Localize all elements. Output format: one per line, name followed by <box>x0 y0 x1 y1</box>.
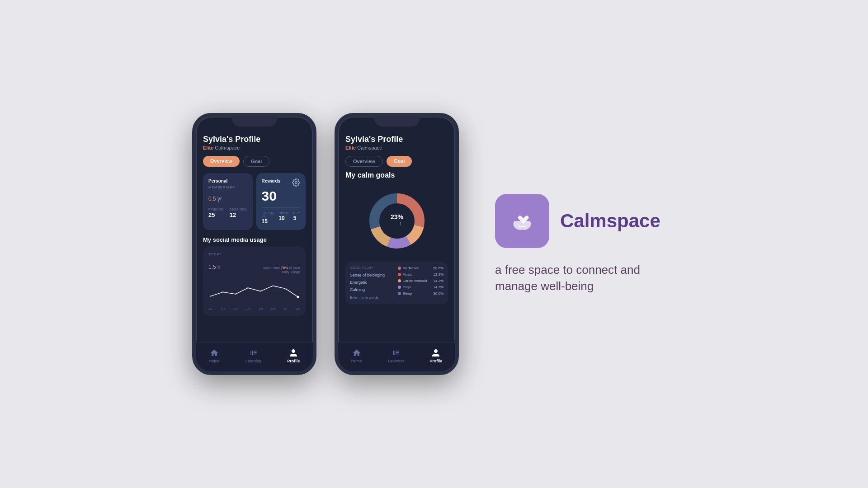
phone1-sessions-stat: SESSIONS 12 <box>230 208 247 218</box>
phone1-chart-labels: 2/1 2/2 2/3 2/4 2/5 2/6 2/7 2/8 <box>208 307 300 310</box>
phone2-nav-home[interactable]: Home <box>351 348 362 363</box>
brand-icon-wrapper: Calmspace <box>495 194 660 248</box>
phone-1-screen: Sylvia's Profile Elite Calmspace Overvie… <box>196 117 313 371</box>
phone1-membership-label: Membership <box>208 185 247 189</box>
phone2-mood-word-2: Energetic <box>350 280 388 285</box>
phone1-membership-value: 0.5 yr <box>208 190 247 203</box>
phone2-nav-profile[interactable]: Profile <box>429 348 442 363</box>
phone2-profile-subtitle: Elite Calmspace <box>345 145 448 150</box>
phone2-mood-right: Meditation 28.6% Music 12.9% Cardio work… <box>398 266 443 300</box>
svg-point-4 <box>210 296 212 297</box>
phone2-mood-left: MOOD TODAY Sense of belonging Energetic … <box>350 266 388 300</box>
svg-point-0 <box>295 182 297 184</box>
phone2-nav-learning[interactable]: Learning <box>388 348 404 363</box>
svg-point-9 <box>272 285 274 287</box>
phone1-friends-stat: FRIENDS 25 <box>208 208 223 218</box>
phone1-usage-note: lower than 75% of your daily usage <box>255 266 300 274</box>
yoga-dot <box>398 286 401 289</box>
phone-1-content: Sylvia's Profile Elite Calmspace Overvie… <box>196 117 313 342</box>
calmspace-hand-icon <box>506 205 538 237</box>
phone1-invite: INVITE 10 <box>278 211 289 225</box>
phone2-activity-music: Music 12.9% <box>398 272 443 277</box>
profile-icon <box>289 348 298 357</box>
phone-1: Sylvia's Profile Elite Calmspace Overvie… <box>192 113 316 375</box>
svg-point-10 <box>285 288 287 290</box>
phone2-tab-goal[interactable]: Goal <box>387 156 412 167</box>
phone1-nav-home[interactable]: Home <box>209 348 220 363</box>
phone1-rewards-sub: CHECK-IN 15 INVITE 10 BUY 5 <box>262 211 301 225</box>
brand-icon-box <box>495 194 549 248</box>
phone2-activity-sleep: Sleep 30.0% <box>398 291 443 296</box>
phone2-mood-card: MOOD TODAY Sense of belonging Energetic … <box>345 262 448 304</box>
phone1-profile-subtitle: Elite Calmspace <box>203 145 306 150</box>
phone2-activity-cardio: Cardio workout 14.2% <box>398 279 443 283</box>
phone2-profile-name: Sylvia's Profile <box>345 135 448 144</box>
home-icon-2 <box>352 348 361 357</box>
phone1-nav-learning[interactable]: Learning <box>245 348 261 363</box>
brand-tagline: a free space to connect and manage well-… <box>495 262 676 295</box>
svg-point-11 <box>297 296 300 299</box>
phone-2: Sylvia's Profile Elite Calmspace Overvie… <box>335 113 459 375</box>
phone1-rewards-title: Rewards <box>262 178 281 183</box>
phone1-tab-goal[interactable]: Goal <box>243 156 269 167</box>
svg-text:↑: ↑ <box>399 221 402 227</box>
svg-text:23%: 23% <box>390 213 403 221</box>
phone1-bottom-nav: Home Learning Profile <box>196 342 313 371</box>
phone2-tabs: Overview Goal <box>345 156 448 167</box>
phone1-stats: FRIENDS 25 SESSIONS 12 <box>208 208 247 218</box>
phone2-enter-more[interactable]: Enter more words <box>350 296 388 300</box>
learning-icon-2 <box>392 348 401 357</box>
phone1-usage-hours: 1.5 h <box>208 258 221 272</box>
phone1-social-title: My social media usage <box>203 236 306 243</box>
phone2-tab-overview[interactable]: Overview <box>345 156 383 167</box>
phone1-nav-profile[interactable]: Profile <box>287 348 300 363</box>
svg-point-6 <box>235 293 236 295</box>
phone2-elite-badge: Elite <box>345 145 356 150</box>
phone2-activity-meditation: Meditation 28.6% <box>398 266 443 270</box>
phone1-rewards-number: 30 <box>262 188 301 204</box>
phone1-personal-card: Personal Membership 0.5 yr FRIENDS 25 SE… <box>203 173 253 230</box>
music-dot <box>398 273 401 276</box>
sleep-dot <box>398 292 401 295</box>
meditation-dot <box>398 267 401 270</box>
phone1-rewards-gear-icon <box>292 178 300 187</box>
cardio-dot <box>398 279 401 282</box>
phone1-elite-badge: Elite <box>203 145 213 150</box>
phone1-mini-chart <box>208 277 300 305</box>
brand-section: Calmspace a free space to connect and ma… <box>495 194 676 295</box>
phone-2-content: Sylvia's Profile Elite Calmspace Overvie… <box>338 117 455 342</box>
phone1-usage-row: 1.5 h lower than 75% of your daily usage <box>208 258 300 274</box>
phone-2-screen: Sylvia's Profile Elite Calmspace Overvie… <box>338 117 455 371</box>
phone2-bottom-nav: Home Learning Profile <box>338 342 455 371</box>
phone1-today-label: TODAY <box>208 252 300 256</box>
phone1-rewards-header: Rewards <box>262 178 301 187</box>
brand-name: Calmspace <box>560 210 660 232</box>
phone1-cards-row: Personal Membership 0.5 yr FRIENDS 25 SE… <box>203 173 306 230</box>
profile-icon-2 <box>431 348 440 357</box>
learning-icon <box>249 348 258 357</box>
phone1-checkin: CHECK-IN 15 <box>262 211 275 225</box>
phone1-reward-divider <box>262 207 301 208</box>
phone1-tab-overview[interactable]: Overview <box>203 156 240 167</box>
svg-point-8 <box>259 291 261 292</box>
home-icon <box>210 348 219 357</box>
phone2-donut-chart: 23% ↑ <box>361 185 433 257</box>
phone1-tabs: Overview Goal <box>203 156 306 167</box>
phone1-profile-name: Sylvia's Profile <box>203 135 306 144</box>
phone1-buy: BUY 5 <box>293 211 300 225</box>
phone2-mood-word-3: Calming <box>350 287 388 292</box>
phone1-usage-card: TODAY 1.5 h lower than 75% of your daily… <box>203 247 306 316</box>
svg-point-7 <box>247 287 249 289</box>
phone2-mood-word-1: Sense of belonging <box>350 273 388 277</box>
phone1-rewards-card: Rewards 30 CHECK-IN 15 <box>256 173 306 230</box>
phone2-goals-title: My calm goals <box>345 171 448 179</box>
phone2-activity-yoga: Yoga 14.3% <box>398 285 443 289</box>
phone2-donut-container: 23% ↑ <box>345 185 448 257</box>
phone2-mood-divider <box>393 266 393 300</box>
phone1-personal-title: Personal <box>208 178 247 183</box>
svg-point-5 <box>222 291 224 293</box>
